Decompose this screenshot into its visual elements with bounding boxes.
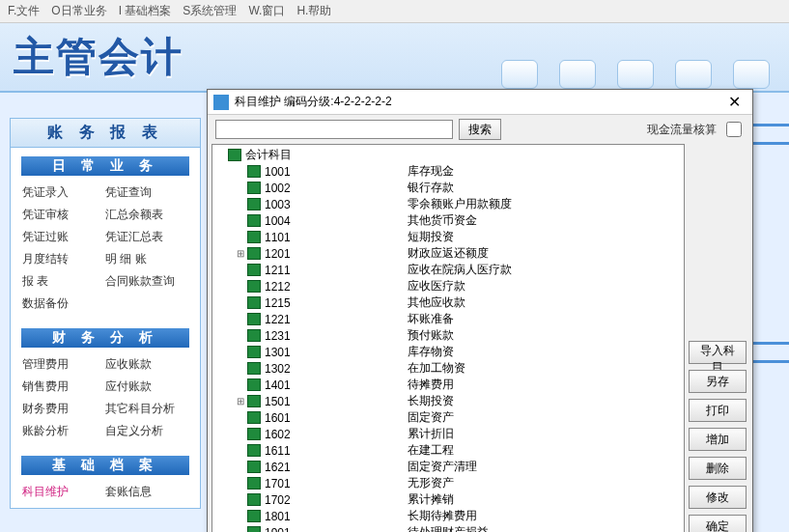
nav-link[interactable]: 月度结转 <box>22 251 105 267</box>
tree-node[interactable]: 1002银行存款 <box>212 180 684 196</box>
link-grid: 凭证录入凭证查询凭证审核汇总余额表凭证过账凭证汇总表月度结转明 细 账报 表合同… <box>11 182 200 320</box>
expand-icon[interactable]: ⊞ <box>234 248 247 259</box>
cash-flow-text: 现金流量核算 <box>647 122 717 138</box>
menu-system[interactable]: S系统管理 <box>183 3 237 19</box>
nav-link[interactable]: 销售费用 <box>22 378 105 395</box>
tree-node[interactable]: 1901待处理财产损益 <box>212 524 684 532</box>
dialog-button[interactable]: 增加 <box>689 428 747 451</box>
dialog-search-bar: 搜索 现金流量核算 <box>208 115 752 144</box>
tree-node[interactable]: 1231预付账款 <box>212 327 684 344</box>
search-input[interactable] <box>215 120 453 139</box>
account-name: 其他货币资金 <box>408 212 477 229</box>
search-button[interactable]: 搜索 <box>459 119 501 140</box>
tree-node[interactable]: 1302在加工物资 <box>212 360 684 377</box>
tree-node[interactable]: 1701无形资产 <box>212 475 684 491</box>
nav-link[interactable]: 应付账款 <box>105 378 188 395</box>
dialog-button[interactable]: 打印 <box>689 399 747 422</box>
nav-link[interactable]: 合同账款查询 <box>105 273 188 290</box>
nav-link[interactable]: 汇总余额表 <box>105 207 188 223</box>
menu-file[interactable]: F.文件 <box>8 3 40 19</box>
cash-flow-checkbox[interactable] <box>726 122 742 137</box>
account-icon <box>247 477 261 490</box>
tree-node[interactable]: 1003零余额账户用款额度 <box>212 196 684 212</box>
dialog-icon <box>213 95 229 110</box>
account-code: 1211 <box>265 264 408 277</box>
nav-link[interactable]: 数据备份 <box>22 295 188 312</box>
toolbar-icon-5[interactable] <box>733 60 770 89</box>
tree-node[interactable]: 1301库存物资 <box>212 344 684 360</box>
dialog-button[interactable]: 修改 <box>689 486 747 509</box>
toolbar-icon-2[interactable] <box>559 60 596 89</box>
tree-node[interactable]: 1001库存现金 <box>212 163 684 180</box>
account-code: 1801 <box>265 510 408 523</box>
menu-window[interactable]: W.窗口 <box>248 3 285 19</box>
expand-icon[interactable]: ⊞ <box>234 396 247 406</box>
tree-node[interactable]: 1602累计折旧 <box>212 426 684 442</box>
account-code: 1702 <box>265 493 408 507</box>
account-name: 长期投资 <box>408 393 454 409</box>
nav-link[interactable]: 报 表 <box>22 273 105 290</box>
account-code: 1501 <box>265 395 408 408</box>
tree-node[interactable]: 1601固定资产 <box>212 409 684 426</box>
toolbar-icon-3[interactable] <box>617 60 654 89</box>
account-name: 固定资产 <box>408 409 454 426</box>
account-code: 1601 <box>265 411 408 425</box>
close-icon[interactable]: ✕ <box>722 93 747 111</box>
nav-link[interactable]: 凭证过账 <box>22 229 105 245</box>
tree-node[interactable]: 1221坏账准备 <box>212 311 684 327</box>
account-icon <box>247 428 261 440</box>
tree-node[interactable]: 1611在建工程 <box>212 442 684 459</box>
account-icon <box>247 510 261 522</box>
account-name: 应收在院病人医疗款 <box>408 262 512 278</box>
tree-node[interactable]: ⊞1501长期投资 <box>212 393 684 409</box>
tree-root-label[interactable]: 会计科目 <box>245 147 292 163</box>
nav-link[interactable]: 凭证汇总表 <box>105 229 188 245</box>
tree-node[interactable]: 1004其他货币资金 <box>212 212 684 229</box>
account-code: 1002 <box>265 182 408 195</box>
nav-link[interactable]: 套账信息 <box>105 484 188 500</box>
tree-node[interactable]: 1212应收医疗款 <box>212 278 684 294</box>
dialog-button[interactable]: 确定 <box>689 515 747 532</box>
account-icon <box>247 346 261 358</box>
account-icon <box>247 313 261 325</box>
menu-help[interactable]: H.帮助 <box>296 3 331 19</box>
tree-node[interactable]: 1401待摊费用 <box>212 377 684 393</box>
account-icon <box>247 395 261 407</box>
account-code: 1231 <box>265 329 408 343</box>
tree-node[interactable]: 1211应收在院病人医疗款 <box>212 262 684 278</box>
nav-link[interactable]: 凭证审核 <box>22 207 105 223</box>
nav-link[interactable]: 凭证录入 <box>22 184 105 201</box>
account-icon <box>247 198 261 210</box>
nav-link[interactable]: 自定义分析 <box>105 423 188 439</box>
account-tree[interactable]: 会计科目1001库存现金1002银行存款1003零余额账户用款额度1004其他货… <box>211 144 685 532</box>
account-name: 银行存款 <box>408 180 454 196</box>
app-logo-text: 主管会计 <box>14 30 183 84</box>
nav-link[interactable]: 凭证查询 <box>105 184 188 201</box>
nav-link[interactable]: 科目维护 <box>22 484 105 500</box>
toolbar-icon-1[interactable] <box>501 60 538 89</box>
tree-node[interactable]: 1101短期投资 <box>212 229 684 245</box>
nav-link[interactable]: 明 细 账 <box>105 251 188 267</box>
account-name: 预付账款 <box>408 327 454 344</box>
tree-node[interactable]: 1801长期待摊费用 <box>212 508 684 524</box>
dialog-button[interactable]: 另存 <box>689 370 747 393</box>
tree-node[interactable]: ⊞1201财政应返还额度 <box>212 245 684 262</box>
menu-basedata[interactable]: I 基础档案 <box>119 3 172 19</box>
nav-link[interactable]: 应收账款 <box>105 356 188 373</box>
account-name: 累计摊销 <box>408 491 454 508</box>
nav-link[interactable]: 管理费用 <box>22 356 105 373</box>
tree-node[interactable]: 1621固定资产清理 <box>212 459 684 475</box>
nav-link[interactable]: 财务费用 <box>22 401 105 417</box>
menu-daily[interactable]: O日常业务 <box>51 3 106 19</box>
dialog-button[interactable]: 导入科目 <box>689 341 747 364</box>
folder-icon <box>228 149 241 161</box>
tree-node[interactable]: 1215其他应收款 <box>212 294 684 311</box>
nav-link[interactable]: 其它科目分析 <box>105 401 188 417</box>
account-icon <box>247 165 261 178</box>
toolbar-icon-4[interactable] <box>675 60 712 89</box>
account-name: 短期投资 <box>408 229 454 245</box>
dialog-button[interactable]: 删除 <box>689 457 747 480</box>
section-header: 日 常 业 务 <box>20 155 190 177</box>
nav-link[interactable]: 账龄分析 <box>22 423 105 439</box>
tree-node[interactable]: 1702累计摊销 <box>212 491 684 508</box>
